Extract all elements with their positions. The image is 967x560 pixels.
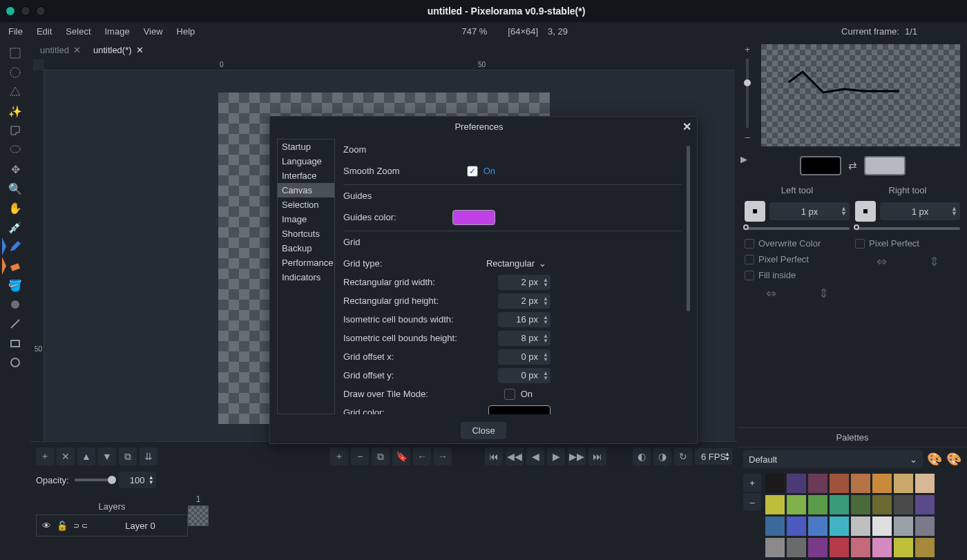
palette-color[interactable]	[787, 516, 806, 536]
palette-color[interactable]	[765, 495, 785, 514]
close-icon[interactable]: ✕	[73, 45, 81, 55]
palette-color[interactable]	[851, 516, 870, 536]
palette-new-icon[interactable]: 🎨	[946, 452, 961, 467]
mirror-h-icon-r[interactable]: ⇔	[877, 254, 887, 269]
frame-number[interactable]: 1	[188, 494, 209, 504]
pref-nav-image[interactable]: Image	[278, 212, 334, 226]
swap-colors-icon[interactable]: ⇄	[848, 160, 857, 172]
ruler-horizontal[interactable]: 0 50	[44, 59, 735, 70]
menu-file[interactable]: File	[8, 26, 23, 37]
palette-color[interactable]	[830, 538, 849, 557]
layer-up-button[interactable]: ▲	[77, 447, 95, 465]
layer-row[interactable]: 👁🔓⊃ ⊂ Layer 0	[36, 514, 188, 537]
zoom-in-icon[interactable]: +	[745, 44, 750, 55]
palette-color[interactable]	[808, 538, 827, 557]
palette-color[interactable]	[915, 495, 935, 514]
loop-button[interactable]: ↻	[674, 447, 692, 465]
grid-type-dropdown[interactable]: Rectangular⌄	[482, 256, 550, 271]
eraser-tool[interactable]	[6, 257, 24, 275]
pref-nav-performance[interactable]: Performance	[278, 255, 334, 270]
pref-nav-indicators[interactable]: Indicators	[278, 270, 334, 284]
first-frame-button[interactable]: ⏮	[485, 447, 503, 465]
fps-spinner[interactable]: 6 FPS▲▼	[695, 448, 732, 465]
layer-down-button[interactable]: ▼	[98, 447, 116, 465]
ellipse-tool[interactable]	[6, 354, 24, 371]
grid-offset-x-spinner[interactable]: 0 px▲▼	[498, 349, 550, 365]
palette-color[interactable]	[765, 516, 785, 536]
pixel-perfect-checkbox-right[interactable]: Pixel Perfect	[855, 238, 960, 249]
opacity-slider[interactable]	[75, 479, 113, 481]
zoom-tool[interactable]: 🔍	[6, 180, 24, 197]
palette-color[interactable]	[851, 495, 870, 514]
prev-frame-button[interactable]: ◀◀	[506, 447, 524, 465]
onion-left-button[interactable]: ◐	[633, 447, 651, 465]
mirror-v-icon-r[interactable]: ⇕	[929, 254, 939, 269]
menu-view[interactable]: View	[144, 26, 163, 37]
grid-offset-y-spinner[interactable]: 0 px▲▼	[498, 368, 550, 383]
background-color[interactable]	[864, 156, 906, 175]
copy-frame-button[interactable]: ⧉	[372, 447, 390, 465]
tab-untitled[interactable]: untitled✕	[36, 42, 85, 58]
overwrite-color-checkbox[interactable]: Overwrite Color	[745, 238, 850, 249]
palette-color[interactable]	[872, 474, 892, 493]
freehand-select-tool[interactable]	[6, 141, 24, 159]
visibility-icon[interactable]: 👁	[42, 521, 51, 531]
pref-nav-canvas[interactable]: Canvas	[278, 183, 334, 197]
menu-edit[interactable]: Edit	[37, 26, 52, 37]
mirror-v-icon[interactable]: ⇕	[818, 286, 829, 301]
link-icon[interactable]: ⊃ ⊂	[73, 521, 88, 530]
left-size-slider[interactable]	[745, 227, 850, 230]
line-tool[interactable]	[6, 315, 24, 333]
palette-color[interactable]	[915, 538, 935, 557]
palette-color[interactable]	[808, 516, 827, 536]
pref-nav-selection[interactable]: Selection	[278, 197, 334, 212]
iso-width-spinner[interactable]: 16 px▲▼	[498, 312, 550, 327]
grid-color-well[interactable]	[488, 405, 550, 415]
menu-image[interactable]: Image	[105, 26, 130, 37]
frame-right-button[interactable]: →	[434, 447, 452, 465]
palette-color[interactable]	[808, 474, 827, 493]
pan-tool[interactable]: ✋	[6, 199, 24, 217]
preview-zoom-slider[interactable]	[746, 59, 749, 128]
foreground-color[interactable]	[800, 156, 841, 175]
palette-dropdown[interactable]: Default⌄	[743, 450, 923, 468]
color-picker-tool[interactable]: 💉	[6, 218, 24, 236]
palette-remove-button[interactable]: –	[743, 493, 761, 511]
pref-nav-language[interactable]: Language	[278, 154, 334, 168]
fill-inside-checkbox[interactable]: Fill inside	[745, 270, 850, 280]
polygon-select-tool[interactable]	[6, 83, 24, 101]
palette-color[interactable]	[808, 495, 827, 514]
window-close-button[interactable]	[6, 6, 15, 16]
pref-nav-shortcuts[interactable]: Shortcuts	[278, 226, 334, 241]
move-tool[interactable]: ✥	[6, 160, 24, 178]
left-brush-preview[interactable]	[745, 201, 765, 222]
preview-play-button[interactable]: ▶	[740, 154, 747, 164]
palette-color[interactable]	[830, 516, 849, 536]
next-frame-button[interactable]: ▶▶	[568, 447, 586, 465]
palette-color[interactable]	[765, 538, 785, 557]
pencil-tool[interactable]	[6, 238, 24, 255]
scrollbar[interactable]	[687, 146, 690, 311]
iso-height-spinner[interactable]: 8 px▲▼	[498, 331, 550, 346]
pixel-perfect-checkbox-left[interactable]: Pixel Perfect	[745, 254, 850, 264]
add-layer-button[interactable]: ＋	[36, 447, 54, 465]
palette-color[interactable]	[787, 474, 806, 493]
close-icon[interactable]: ✕	[136, 45, 144, 55]
rect-grid-height-spinner[interactable]: 2 px▲▼	[498, 293, 550, 309]
palette-color[interactable]	[915, 474, 935, 493]
tab-untitled-modified[interactable]: untitled(*)✕	[89, 42, 148, 58]
mirror-h-icon[interactable]: ⇔	[766, 286, 776, 301]
frame-tag-button[interactable]: 🔖	[392, 447, 410, 465]
menu-help[interactable]: Help	[177, 26, 195, 37]
merge-layer-button[interactable]: ⇊	[140, 447, 157, 465]
duplicate-layer-button[interactable]: ⧉	[119, 447, 137, 465]
ruler-vertical[interactable]: 50	[33, 70, 44, 441]
ellipse-select-tool[interactable]	[6, 64, 24, 81]
frame-thumbnail[interactable]	[188, 505, 209, 526]
preview-canvas[interactable]	[761, 44, 960, 146]
window-maximize-button[interactable]	[36, 6, 46, 16]
last-frame-button[interactable]: ⏭	[588, 447, 606, 465]
palette-color[interactable]	[915, 516, 935, 536]
add-frame-button[interactable]: ＋	[330, 447, 348, 465]
right-size-slider[interactable]	[855, 227, 960, 230]
